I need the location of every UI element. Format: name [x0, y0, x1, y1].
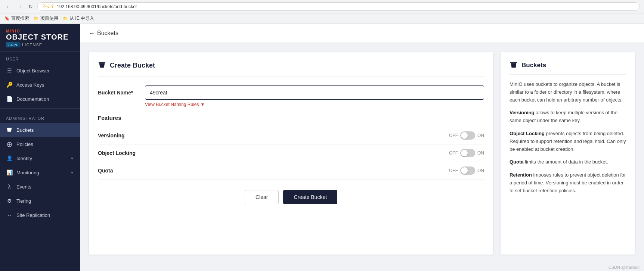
- security-warning: 不安全: [42, 4, 55, 9]
- back-link[interactable]: ← Buckets: [89, 30, 118, 37]
- info-panel: Buckets MinIO uses buckets to organize o…: [501, 52, 635, 255]
- documentation-icon: 📄: [6, 96, 13, 102]
- events-icon: λ: [6, 183, 13, 190]
- bucket-name-input[interactable]: [145, 85, 484, 100]
- sidebar-item-object-browser[interactable]: ☰ Object Browser: [0, 63, 80, 78]
- buckets-icon: [6, 127, 13, 133]
- bookmark-label: 百度搜索: [11, 15, 29, 22]
- logo-license-text: LICENSE: [22, 43, 42, 47]
- panel-title-text: Create Bucket: [110, 62, 155, 69]
- sidebar: MINIO OBJECT STORE AGPL LICENSE User ☰ O…: [0, 24, 80, 271]
- quota-on-label: ON: [477, 168, 484, 173]
- versioning-toggle-group: OFF ON: [449, 131, 484, 140]
- sidebar-item-site-replication[interactable]: ↔ Site Replication: [0, 208, 80, 222]
- sidebar-divider: [0, 108, 80, 109]
- bucket-name-group: Bucket Name* View Bucket Naming Rules ▼: [98, 85, 484, 107]
- back-link-label: Buckets: [97, 30, 118, 37]
- app-container: MINIO OBJECT STORE AGPL LICENSE User ☰ O…: [0, 24, 644, 271]
- svg-rect-0: [7, 128, 12, 129]
- logo-object-store: OBJECT STORE: [6, 33, 74, 41]
- features-title: Features: [98, 115, 484, 121]
- retention-bold: Retention: [510, 172, 532, 178]
- page-header: ← Buckets: [80, 24, 644, 43]
- sidebar-item-events[interactable]: λ Events: [0, 180, 80, 194]
- versioning-row: Versioning OFF ON: [98, 127, 484, 144]
- tiering-icon: ⚙: [6, 197, 13, 204]
- quota-toggle-group: OFF ON: [449, 166, 484, 175]
- site-replication-icon: ↔: [6, 212, 13, 218]
- view-naming-rules-link[interactable]: View Bucket Naming Rules ▼: [145, 102, 484, 107]
- policies-icon: ⨁: [6, 141, 13, 147]
- sidebar-item-identity[interactable]: 👤 Identity ▼: [0, 151, 80, 165]
- bookmark-ie[interactable]: 📁 从 IE 中导入: [63, 15, 94, 22]
- bookmark-icon: 🔖: [4, 16, 10, 21]
- info-para3: Object Locking prevents objects from bei…: [510, 130, 626, 153]
- bookmark-baidu[interactable]: 🔖 百度搜索: [4, 15, 29, 22]
- panel-title: Create Bucket: [98, 61, 484, 77]
- sidebar-logo: MINIO OBJECT STORE AGPL LICENSE: [0, 24, 80, 52]
- chevron-down-icon-rules: ▼: [201, 102, 205, 107]
- sidebar-item-tiering[interactable]: ⚙ Tiering: [0, 194, 80, 208]
- sidebar-item-label: Object Browser: [16, 68, 50, 74]
- info-panel-title: Buckets: [521, 62, 546, 69]
- reload-button[interactable]: ↻: [27, 3, 34, 10]
- info-para5: Retention imposes rules to prevent objec…: [510, 171, 626, 194]
- info-bucket-icon: [510, 61, 518, 70]
- versioning-on-label: ON: [477, 133, 484, 138]
- info-para2: Versioning allows to keep multiple versi…: [510, 109, 626, 125]
- quota-off-label: OFF: [449, 168, 458, 173]
- svg-rect-2: [510, 62, 517, 63]
- form-actions: Clear Create Bucket: [98, 190, 484, 204]
- sidebar-item-documentation[interactable]: 📄 Documentation: [0, 92, 80, 106]
- quota-row: Quota OFF ON: [98, 162, 484, 180]
- sidebar-item-label: Buckets: [16, 127, 34, 133]
- forward-button[interactable]: →: [16, 3, 24, 10]
- object-locking-label: Object Locking: [98, 150, 449, 156]
- chevron-down-icon: ▼: [70, 156, 74, 161]
- sidebar-item-label: Events: [16, 184, 31, 190]
- sidebar-item-monitoring[interactable]: 📊 Monitoring ▼: [0, 165, 80, 180]
- main-content: ← Buckets Create Bucket: [80, 24, 644, 271]
- browser-bar: ← → ↻ 不安全 192.168.90.49:9001/buckets/add…: [0, 0, 644, 13]
- quota-label: Quota: [98, 168, 449, 174]
- info-panel-title-row: Buckets: [510, 61, 626, 75]
- url-bar[interactable]: 不安全 192.168.90.49:9001/buckets/add-bucke…: [37, 2, 640, 11]
- object-locking-off-label: OFF: [449, 150, 458, 156]
- svg-rect-1: [99, 62, 105, 63]
- sidebar-item-label: Access Keys: [16, 82, 44, 88]
- object-locking-on-label: ON: [477, 150, 484, 156]
- bucket-name-row: Bucket Name*: [98, 85, 484, 100]
- clear-button[interactable]: Clear: [245, 190, 279, 204]
- sidebar-item-label: Documentation: [16, 96, 49, 102]
- bookmark-label-3: 从 IE 中导入: [69, 15, 94, 22]
- sidebar-item-access-keys[interactable]: 🔑 Access Keys: [0, 78, 80, 92]
- create-bucket-button[interactable]: Create Bucket: [283, 190, 337, 204]
- url-text: 192.168.90.49:9001/buckets/add-bucket: [57, 4, 137, 9]
- bookmark-icon-3: 📁: [63, 16, 68, 21]
- object-locking-row: Object Locking OFF ON: [98, 144, 484, 162]
- versioning-bold: Versioning: [510, 110, 534, 115]
- sidebar-item-policies[interactable]: ⨁ Policies: [0, 137, 80, 151]
- back-button[interactable]: ←: [4, 3, 13, 10]
- sidebar-item-label: Identity: [16, 156, 32, 161]
- logo-license-badge: AGPL LICENSE: [6, 42, 74, 47]
- bucket-title-icon: [98, 61, 106, 70]
- back-arrow-icon: ←: [89, 30, 95, 37]
- sidebar-item-label: Site Replication: [16, 212, 50, 218]
- bookmark-project[interactable]: 📁 项目使用: [34, 15, 58, 22]
- versioning-toggle[interactable]: [460, 131, 475, 140]
- quota-bold: Quota: [510, 159, 524, 165]
- object-locking-toggle-group: OFF ON: [449, 149, 484, 157]
- create-bucket-panel: Create Bucket Bucket Name* View Bucket N…: [89, 52, 493, 255]
- bookmarks-bar: 🔖 百度搜索 📁 项目使用 📁 从 IE 中导入: [0, 13, 644, 24]
- object-locking-bold: Object Locking: [510, 131, 545, 136]
- object-locking-toggle[interactable]: [460, 149, 475, 157]
- info-para4-text: limits the amount of data in the bucket.: [524, 159, 608, 165]
- info-para1: MinIO uses buckets to organize objects. …: [510, 81, 626, 104]
- sidebar-item-buckets[interactable]: Buckets: [0, 123, 80, 137]
- section-admin-label: Administrator: [0, 111, 80, 123]
- bookmark-icon-2: 📁: [34, 16, 39, 21]
- quota-toggle[interactable]: [460, 166, 475, 175]
- info-para4: Quota limits the amount of data in the b…: [510, 158, 626, 166]
- versioning-off-label: OFF: [449, 133, 458, 138]
